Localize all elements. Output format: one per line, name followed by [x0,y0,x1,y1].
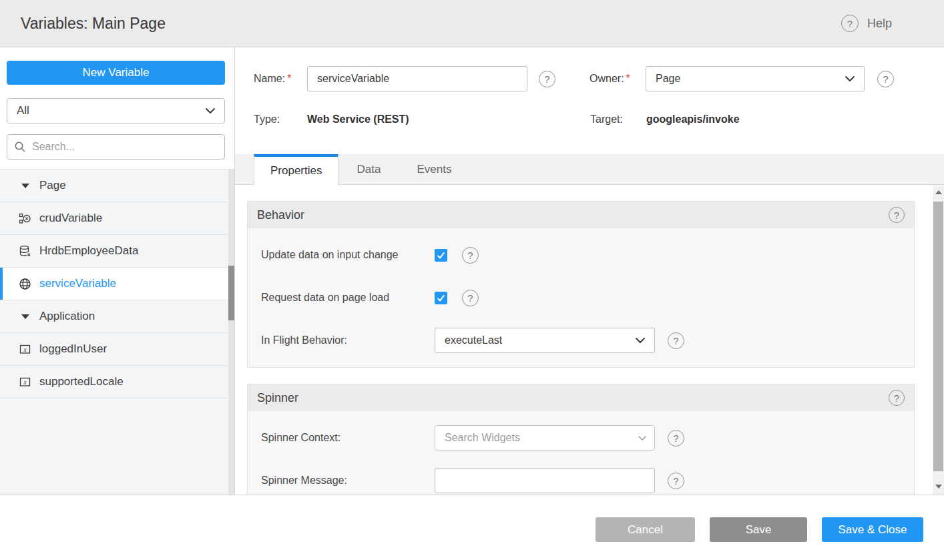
spinner-section-title: Spinner [257,391,298,405]
behavior-help-icon[interactable] [889,207,905,223]
cancel-button[interactable]: Cancel [596,517,695,542]
variable-label: HrdbEmployeeData [39,244,138,258]
spinner-context-label: Spinner Context: [261,432,435,444]
dialog-header: Variables: Main Page Help [0,0,944,47]
scroll-down-arrow-icon[interactable] [933,480,944,493]
search-input[interactable] [32,141,218,153]
spinner-section: Spinner Spinner Context: [247,384,915,495]
triangle-down-icon [19,184,31,188]
variable-filter-select[interactable]: All [7,98,225,123]
required-marker: * [626,73,630,84]
in-flight-label: In Flight Behavior: [261,334,435,346]
update-data-checkbox[interactable] [435,249,447,262]
properties-scroll-area: Behavior Update data on input change Req… [235,185,944,495]
database-icon [19,245,31,258]
name-input[interactable] [307,66,527,91]
spinner-context-combobox[interactable] [435,425,655,451]
tab-data[interactable]: Data [338,154,399,184]
request-data-checkbox[interactable] [435,292,447,304]
main-scrollbar-thumb[interactable] [933,202,943,471]
in-flight-value: executeLast [445,334,502,346]
spinner-section-body: Spinner Context: Spinner Message: [248,411,914,495]
help-question-icon [841,15,859,32]
request-data-label: Request data on page load [261,292,435,304]
sidebar-scrollbar-thumb[interactable] [228,266,234,320]
in-flight-select[interactable]: executeLast [435,328,655,353]
owner-select[interactable]: Page [646,66,865,91]
variables-sidebar: New Variable All Page [0,47,235,495]
group-label: Application [39,310,95,323]
group-label: Page [39,179,66,192]
chevron-down-icon [638,436,646,441]
behavior-section: Behavior Update data on input change Req… [247,201,915,368]
owner-label: Owner:* [589,73,646,85]
new-variable-button[interactable]: New Variable [7,61,225,85]
target-label: Target: [590,113,646,125]
svg-text:x: x [23,346,27,352]
variable-filter-value: All [17,104,29,117]
chevron-down-icon [845,76,855,82]
sidebar-item-hrdbemployeedata[interactable]: HrdbEmployeeData [0,235,234,268]
help-button[interactable]: Help [841,15,892,32]
tab-events[interactable]: Events [399,154,469,184]
target-value: googleapis/invoke [646,113,865,125]
crud-variable-icon [19,212,31,225]
owner-value: Page [656,73,680,85]
variable-meta-form: Name:* Owner:* Page Type: Web Service (R… [235,47,944,154]
owner-help-icon[interactable] [877,71,894,87]
scroll-up-arrow-icon[interactable] [933,186,944,199]
variable-search-box [7,134,225,160]
search-icon [14,141,26,153]
update-data-label: Update data on input change [261,249,435,261]
variable-label: crudVariable [39,212,102,225]
spinner-section-header: Spinner [248,384,914,411]
sidebar-item-loggedinuser[interactable]: x loggedInUser [0,333,234,366]
sidebar-group-application[interactable]: Application [0,300,234,333]
variable-label: supportedLocale [39,375,124,388]
sidebar-item-crudvariable[interactable]: crudVariable [0,202,234,235]
spinner-context-input[interactable] [435,425,655,451]
editor-tabbar: Properties Data Events [235,154,944,185]
behavior-section-body: Update data on input change Request data… [248,228,914,367]
variable-editor-panel: Name:* Owner:* Page Type: Web Service (R… [235,47,944,495]
name-label: Name:* [254,73,307,85]
sidebar-item-servicevariable[interactable]: serviceVariable [0,268,234,300]
save-and-close-button[interactable]: Save & Close [822,517,923,542]
sidebar-group-page[interactable]: Page [0,170,234,202]
sidebar-item-supportedlocale[interactable]: x supportedLocale [0,366,234,398]
dialog-footer: Cancel Save Save & Close [0,495,944,559]
spinner-help-icon[interactable] [889,390,905,406]
behavior-section-header: Behavior [248,202,914,228]
spinner-message-help-icon[interactable] [668,473,684,489]
required-marker: * [287,73,291,84]
variable-list: Page crudVariable HrdbEmployeeData servi… [0,169,234,495]
type-label: Type: [254,113,307,125]
spinner-context-help-icon[interactable] [668,430,684,447]
tab-properties[interactable]: Properties [254,154,338,185]
page-title: Variables: Main Page [21,15,166,33]
chevron-down-icon [206,108,215,114]
behavior-section-title: Behavior [257,208,304,222]
spinner-message-input[interactable] [435,468,655,493]
chevron-down-icon [636,338,645,344]
name-help-icon[interactable] [539,71,555,87]
triangle-down-icon [19,314,31,319]
variable-label: serviceVariable [39,277,116,290]
type-value: Web Service (REST) [307,113,527,125]
sidebar-scrollbar-track[interactable] [228,170,234,495]
in-flight-help-icon[interactable] [668,332,684,349]
variable-box-icon: x [19,376,31,388]
spinner-message-label: Spinner Message: [261,475,435,487]
variable-box-icon: x [19,343,31,356]
update-data-help-icon[interactable] [462,247,479,264]
svg-text:x: x [23,378,27,385]
help-label: Help [867,17,892,31]
main-scrollbar-track[interactable] [933,186,944,495]
globe-icon [19,278,31,290]
variable-label: loggedInUser [39,342,107,356]
request-data-help-icon[interactable] [462,290,479,306]
save-button[interactable]: Save [710,517,807,542]
